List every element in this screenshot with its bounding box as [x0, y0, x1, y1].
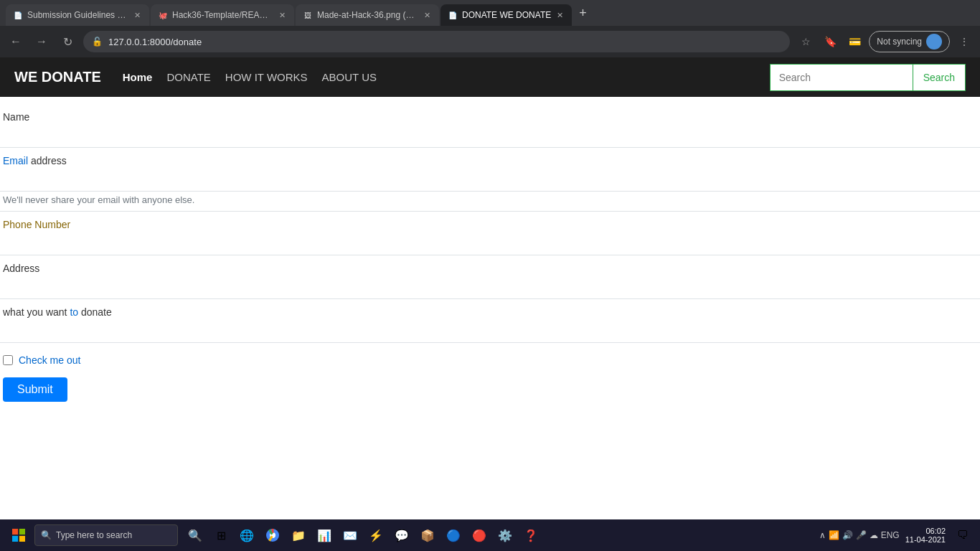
phone-label-text: Phone Number — [3, 219, 70, 230]
clock-time: 06:02 — [905, 527, 946, 535]
address-label: Address — [3, 263, 977, 274]
taskbar-mic[interactable]: 🎤 — [856, 530, 867, 540]
clock-date: 11-04-2021 — [905, 535, 946, 544]
tab-4-label: DONATE WE DONATE — [462, 10, 551, 20]
not-syncing-button[interactable]: Not syncing — [869, 31, 950, 52]
email-input[interactable] — [3, 168, 977, 188]
donate-item-input[interactable] — [3, 319, 977, 339]
tab-3-icon: 🖼 — [303, 10, 313, 20]
taskbar-app-icon-6[interactable]: ⚙️ — [494, 524, 517, 547]
tab-1-label: Submission Guidelines - Google ... — [27, 10, 128, 20]
submit-button[interactable]: Submit — [3, 377, 67, 402]
taskbar-right: ∧ 📶 🔊 🎤 ☁ ENG 06:02 11-04-2021 🗨 — [819, 524, 974, 547]
taskbar-search[interactable]: 🔍 Type here to search — [34, 524, 178, 546]
email-label: Email address — [3, 155, 977, 166]
taskbar: 🔍 Type here to search 🔍 ⊞ 🌐 📁 📊 ✉️ ⚡ 💬 📦… — [0, 519, 980, 551]
name-label-text: Name — [3, 111, 29, 123]
tab-1[interactable]: 📄 Submission Guidelines - Google ... ✕ — [6, 4, 149, 26]
taskbar-icons: 🔍 ⊞ 🌐 📁 📊 ✉️ ⚡ 💬 📦 🔵 🔴 ⚙️ ❓ — [181, 524, 545, 547]
nav-link-about-us[interactable]: ABOUT US — [322, 71, 377, 83]
taskbar-search-btn[interactable]: 🔍 — [184, 524, 207, 547]
donate-item-label-blue: to — [70, 306, 78, 318]
tab-3-close[interactable]: ✕ — [423, 9, 432, 22]
address-bar: ← → ↻ 🔓 127.0.0.1:8000/donate ☆ 🔖 💳 Not … — [0, 26, 980, 57]
not-syncing-label: Not syncing — [877, 37, 922, 47]
taskbar-network[interactable]: 📶 — [829, 530, 839, 540]
tab-3-label: Made-at-Hack-36.png (384×60) — [317, 10, 418, 20]
notification-button[interactable]: 🗨 — [951, 524, 974, 547]
taskbar-app-icon-1[interactable]: ⚡ — [364, 524, 387, 547]
tab-1-close[interactable]: ✕ — [133, 9, 142, 22]
address-label-text: Address — [3, 263, 39, 274]
tab-bar: 📄 Submission Guidelines - Google ... ✕ 🐙… — [0, 0, 980, 26]
svg-rect-3 — [19, 536, 25, 542]
taskbar-app-icon-2[interactable]: 💬 — [390, 524, 413, 547]
taskbar-task-view[interactable]: ⊞ — [209, 524, 232, 547]
taskbar-edge-icon[interactable]: 🌐 — [235, 524, 258, 547]
search-input[interactable] — [770, 64, 913, 91]
taskbar-clock[interactable]: 06:02 11-04-2021 — [905, 527, 946, 544]
tab-1-icon: 📄 — [13, 10, 23, 20]
taskbar-app-icon-5[interactable]: 🔴 — [468, 524, 491, 547]
nav-link-home[interactable]: Home — [123, 71, 153, 83]
donate-form: Name Email address We'll never share you… — [0, 97, 980, 416]
taskbar-chrome-icon[interactable] — [261, 524, 284, 547]
reload-button[interactable]: ↻ — [57, 32, 77, 52]
taskbar-lang: ENG — [881, 530, 900, 540]
name-field: Name — [0, 104, 980, 148]
email-label-suffix: address — [28, 155, 67, 166]
page-content: WE DONATE Home DONATE HOW IT WORKS ABOUT… — [0, 57, 980, 551]
tab-4[interactable]: 📄 DONATE WE DONATE ✕ — [440, 4, 572, 26]
tab-3[interactable]: 🖼 Made-at-Hack-36.png (384×60) ✕ — [296, 4, 439, 26]
taskbar-search-icon: 🔍 — [41, 530, 52, 540]
tab-4-close[interactable]: ✕ — [555, 9, 565, 22]
nav-link-donate[interactable]: DONATE — [166, 71, 210, 83]
forward-button[interactable]: → — [32, 32, 52, 52]
taskbar-app-icon-7[interactable]: ❓ — [519, 524, 542, 547]
back-button[interactable]: ← — [6, 32, 26, 52]
nav-link-how-it-works[interactable]: HOW IT WORKS — [225, 71, 308, 83]
profile-avatar — [926, 34, 942, 50]
tab-4-icon: 📄 — [448, 10, 458, 20]
taskbar-search-text: Type here to search — [56, 530, 132, 540]
donate-item-label: what you want to donate — [3, 306, 977, 318]
taskbar-sys-icons: ∧ 📶 🔊 🎤 ☁ ENG — [819, 530, 900, 540]
name-label: Name — [3, 111, 977, 123]
svg-rect-2 — [12, 536, 18, 542]
tab-2[interactable]: 🐙 Hack36-Template/README.md ... ✕ — [151, 4, 294, 26]
taskbar-mail-icon[interactable]: ✉️ — [339, 524, 362, 547]
start-button[interactable] — [6, 522, 32, 548]
wallet-icon[interactable]: 💳 — [844, 32, 864, 52]
tab-2-icon: 🐙 — [158, 10, 168, 20]
menu-button[interactable]: ⋮ — [954, 32, 974, 52]
browser-actions: ☆ 🔖 💳 Not syncing ⋮ — [796, 31, 974, 52]
taskbar-office-icon[interactable]: 📊 — [313, 524, 336, 547]
check-me-out-label[interactable]: Check me out — [19, 354, 80, 366]
bookmark-icon[interactable]: 🔖 — [820, 32, 840, 52]
address-text: 127.0.0.1:8000/donate — [108, 37, 781, 47]
check-me-out-checkbox[interactable] — [3, 355, 13, 365]
taskbar-speaker[interactable]: 🔊 — [842, 530, 853, 540]
taskbar-cloud[interactable]: ☁ — [870, 530, 878, 540]
svg-rect-0 — [12, 529, 18, 534]
search-button[interactable]: Search — [913, 64, 966, 91]
navbar-brand: WE DONATE — [14, 69, 101, 85]
name-input[interactable] — [3, 124, 977, 144]
address-input[interactable] — [3, 276, 977, 296]
tab-2-close[interactable]: ✕ — [278, 9, 287, 22]
new-tab-button[interactable]: + — [573, 6, 593, 21]
taskbar-up-arrow[interactable]: ∧ — [819, 530, 826, 540]
taskbar-app-icon-4[interactable]: 🔵 — [442, 524, 465, 547]
address-bar-input-wrap[interactable]: 🔓 127.0.0.1:8000/donate — [83, 31, 790, 52]
taskbar-app-icon-3[interactable]: 📦 — [416, 524, 439, 547]
email-field: Email address — [0, 148, 980, 192]
star-icon[interactable]: ☆ — [796, 32, 816, 52]
tab-2-label: Hack36-Template/README.md ... — [172, 10, 273, 20]
email-hint-text: We'll never share your email with anyone… — [3, 194, 194, 205]
email-label-blue: Email — [3, 155, 28, 166]
taskbar-folder-icon[interactable]: 📁 — [287, 524, 310, 547]
phone-input[interactable] — [3, 232, 977, 252]
donate-item-label-prefix: what you want — [3, 306, 70, 318]
svg-rect-1 — [19, 529, 25, 534]
checkbox-row: Check me out — [0, 343, 980, 377]
